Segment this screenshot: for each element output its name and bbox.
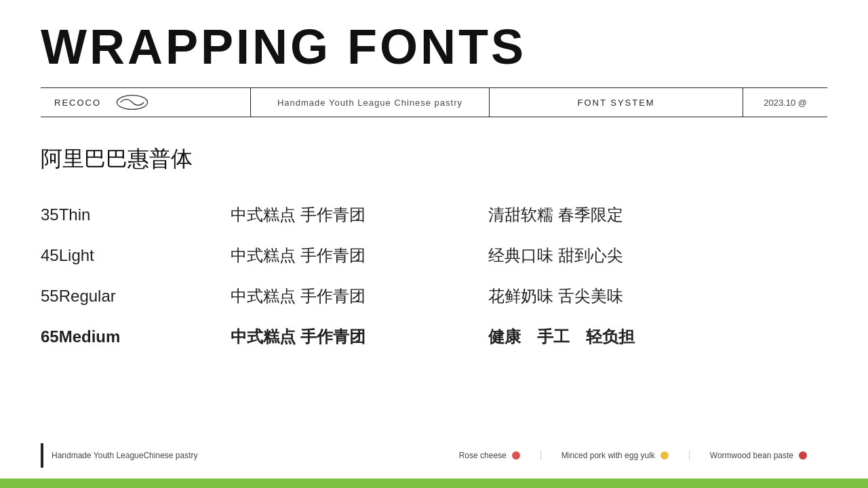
- nav-font-system-section: FONT SYSTEM: [490, 88, 743, 117]
- font-sample-cn2: 健康 手工 轻负担: [488, 326, 827, 348]
- flavor-dot-icon: [660, 451, 669, 460]
- font-sample-cn2: 花鲜奶味 舌尖美味: [488, 285, 827, 307]
- font-system-label: FONT SYSTEM: [577, 98, 654, 108]
- font-sample-cn: 中式糕点 手作青团: [231, 326, 488, 348]
- font-sample-cn2: 经典口味 甜到心尖: [488, 245, 827, 266]
- font-weight-label: 65Medium: [41, 327, 231, 346]
- font-sample-cn: 中式糕点 手作青团: [231, 285, 488, 307]
- font-sample-cn: 中式糕点 手作青团: [231, 245, 488, 266]
- footer-flavors: Rose cheese Minced pork with egg yulk Wo…: [439, 451, 827, 460]
- footer-left-bar: [41, 443, 43, 468]
- nav-subtitle: Handmade Youth League Chinese pastry: [277, 98, 462, 108]
- font-row: 35Thin 中式糕点 手作青团 清甜软糯 春季限定: [41, 195, 827, 235]
- nav-brand: RECOCO: [54, 98, 101, 108]
- font-row: 65Medium 中式糕点 手作青团 健康 手工 轻负担: [41, 317, 827, 357]
- nav-left: RECOCO: [41, 88, 251, 117]
- main-content: 阿里巴巴惠普体 35Thin 中式糕点 手作青团 清甜软糯 春季限定 45Lig…: [0, 117, 868, 371]
- font-row: 55Regular 中式糕点 手作青团 花鲜奶味 舌尖美味: [41, 276, 827, 317]
- font-weight-label: 45Light: [41, 246, 231, 265]
- flavor-name: Rose cheese: [459, 451, 507, 460]
- main-title: WRAPPING FONTS: [41, 20, 827, 74]
- recoco-logo-icon: [115, 93, 150, 112]
- font-sample-cn: 中式糕点 手作青团: [231, 204, 488, 226]
- flavor-name: Wormwood bean paste: [710, 451, 793, 460]
- footer-brand: Handmade Youth LeagueChinese pastry: [52, 451, 439, 460]
- flavor-dot-icon: [799, 451, 807, 460]
- flavor-item: Wormwood bean paste: [690, 451, 827, 460]
- bottom-bar: [0, 479, 868, 488]
- font-row: 45Light 中式糕点 手作青团 经典口味 甜到心尖: [41, 235, 827, 276]
- font-sample-cn2: 清甜软糯 春季限定: [488, 204, 827, 226]
- flavor-item: Minced pork with egg yulk: [541, 451, 690, 460]
- nav-date: 2023.10 @: [743, 98, 827, 108]
- flavor-item: Rose cheese: [439, 451, 541, 460]
- font-family-title: 阿里巴巴惠普体: [41, 144, 827, 174]
- font-weight-label: 55Regular: [41, 287, 231, 306]
- font-weight-label: 35Thin: [41, 205, 231, 224]
- nav-center: Handmade Youth League Chinese pastry: [251, 88, 490, 117]
- flavor-name: Minced pork with egg yulk: [561, 451, 655, 460]
- navbar: RECOCO Handmade Youth League Chinese pas…: [41, 87, 827, 117]
- font-rows: 35Thin 中式糕点 手作青团 清甜软糯 春季限定 45Light 中式糕点 …: [41, 195, 827, 357]
- footer: Handmade Youth LeagueChinese pastry Rose…: [0, 443, 868, 468]
- header-section: WRAPPING FONTS: [0, 0, 868, 87]
- flavor-dot-icon: [512, 451, 520, 460]
